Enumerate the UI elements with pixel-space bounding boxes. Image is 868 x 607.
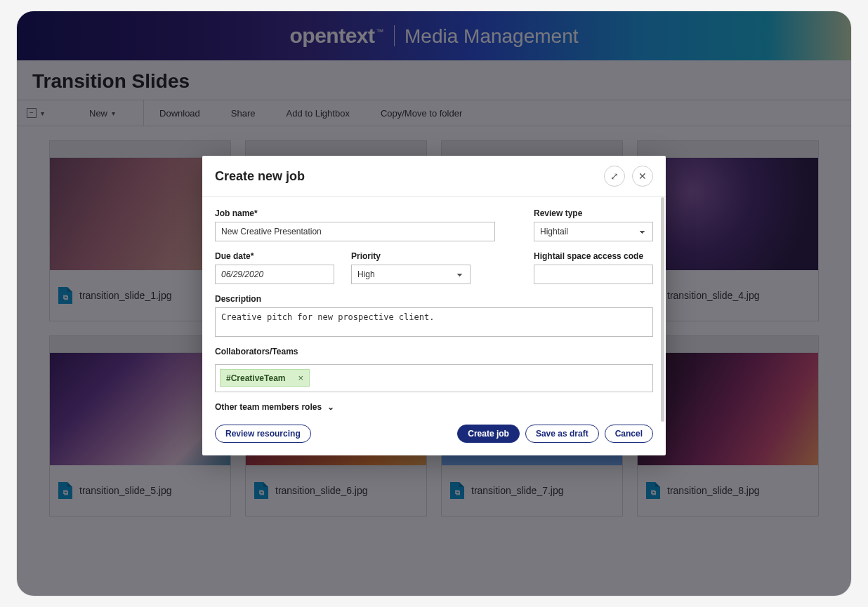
priority-select[interactable]: High [351,265,471,284]
access-code-input[interactable] [534,265,653,284]
description-textarea[interactable] [215,307,653,337]
job-name-input[interactable] [215,222,495,241]
cancel-button[interactable]: Cancel [605,425,653,443]
due-date-label: Due date* [215,251,334,261]
collaborators-label: Collaborators/Teams [215,347,653,356]
collaborator-tag-label: #CreativeTeam [226,373,286,383]
chevron-down-icon: ⌄ [327,402,334,412]
job-name-label: Job name* [215,208,495,218]
description-label: Description [215,294,653,304]
remove-tag-icon[interactable]: × [298,373,304,383]
create-job-button[interactable]: Create job [457,425,520,443]
save-draft-button[interactable]: Save as draft [525,425,599,443]
modal-footer: Review resourcing Create job Save as dra… [202,425,666,443]
close-icon[interactable]: ✕ [632,166,653,187]
modal-overlay: Create new job ⤢ ✕ Job name* Review type [17,11,851,596]
app-frame: opentext™ Media Management Transition Sl… [17,11,851,596]
due-date-input[interactable] [215,265,334,284]
review-type-select[interactable]: Hightail [534,222,653,241]
modal-body: Job name* Review type Hightail Due date* [202,197,666,425]
expand-icon[interactable]: ⤢ [604,166,625,187]
review-resourcing-button[interactable]: Review resourcing [215,425,311,443]
modal-header: Create new job ⤢ ✕ [202,156,666,197]
create-job-modal: Create new job ⤢ ✕ Job name* Review type [202,156,666,455]
modal-title: Create new job [215,169,305,184]
scrollbar[interactable] [661,197,664,422]
collaborators-input[interactable]: #CreativeTeam × [215,364,653,392]
collaborator-tag: #CreativeTeam × [220,369,310,387]
review-type-label: Review type [534,208,653,218]
access-code-label: Hightail space access code [534,251,653,261]
other-roles-toggle[interactable]: Other team members roles ⌄ [215,402,653,412]
other-roles-label: Other team members roles [215,402,322,412]
priority-label: Priority [351,251,471,261]
